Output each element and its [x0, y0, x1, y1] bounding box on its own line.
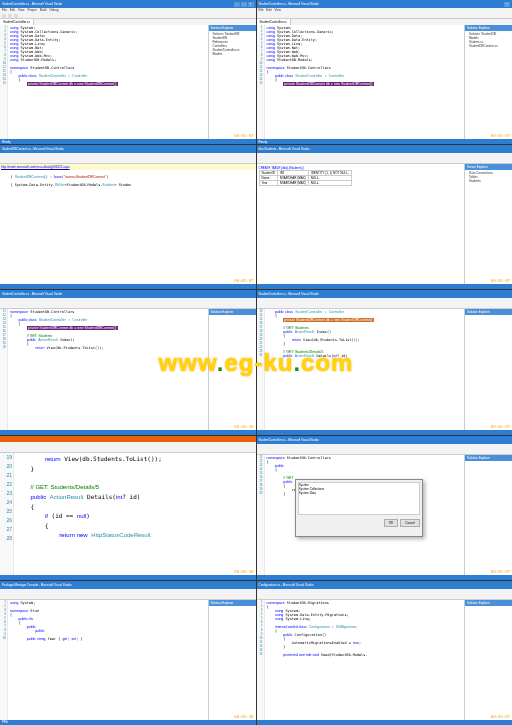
statusbar: [257, 575, 513, 580]
ide-panel-9: Package Manager Console - Microsoft Visu…: [0, 581, 256, 725]
window-title: StudentController.cs - Microsoft Visual …: [2, 2, 234, 6]
timestamp: 00:03:07: [491, 714, 510, 719]
solution-tree[interactable]: [465, 606, 512, 720]
save-icon[interactable]: [14, 14, 18, 18]
code-content[interactable]: using System; namespace Stud { public cl…: [8, 600, 208, 720]
window-title: dbo.Students - Microsoft Visual Studio: [259, 147, 511, 151]
titlebar: Package Manager Console - Microsoft Visu…: [0, 581, 256, 589]
intellisense-dialog[interactable]: System System.Collections System.Data OK…: [295, 479, 423, 537]
pm-console[interactable]: PM>: [2, 720, 8, 724]
window-title: StudentController.cs - Microsoft Visual …: [259, 2, 505, 6]
new-icon[interactable]: [2, 14, 6, 18]
timestamp: 00:02:30: [234, 569, 253, 574]
code-editor[interactable]: 1234567891011121314 namespace StudentDB.…: [257, 600, 465, 720]
ide-panel-5: StudentController.cs - Microsoft Visual …: [0, 290, 256, 434]
minimize-icon[interactable]: -: [234, 2, 240, 7]
code-editor[interactable]: 123456789101112131415 using System; usin…: [257, 25, 465, 139]
code-content[interactable]: using System; using System.Collections.G…: [265, 25, 465, 139]
statusbar: [257, 430, 513, 435]
solution-tree[interactable]: Solution 'StudentDB' Models Student.cs S…: [465, 31, 512, 139]
solution-explorer[interactable]: Solution Explorer: [208, 309, 256, 429]
ide-panel-1: StudentController.cs - Microsoft Visual …: [0, 0, 256, 144]
code-editor[interactable]: 19202122232425262728 return View(db.Stud…: [0, 453, 256, 575]
tree-item[interactable]: Models: [210, 52, 255, 56]
window-title: Configuration.cs - Microsoft Visual Stud…: [259, 583, 511, 587]
list-item[interactable]: System.Data: [299, 491, 419, 495]
code-editor[interactable]: { StudentDBContext() : base("name=Studen…: [0, 170, 256, 284]
close-icon[interactable]: ×: [248, 2, 254, 7]
col-type: NVARCHAR (MAX): [277, 181, 308, 186]
statusbar: [257, 720, 513, 725]
statusbar: [257, 284, 513, 289]
statusbar: PM>: [0, 720, 256, 725]
solution-tree[interactable]: [209, 315, 256, 429]
code-editor[interactable]: 131415161718192021222324 public class St…: [257, 309, 465, 429]
col-type: NVARCHAR (MAX): [277, 176, 308, 181]
sql-designer[interactable]: CREATE TABLE [dbo].[Students] ( StudentI…: [257, 164, 354, 284]
solution-explorer[interactable]: Solution Explorer Solution 'StudentDB' M…: [464, 25, 512, 139]
code-content[interactable]: using System; using System.Collections.G…: [8, 25, 208, 139]
window-title: StudentController.cs - Microsoft Visual …: [2, 292, 254, 296]
code-content[interactable]: namespace StudentDB.Controllers { public…: [8, 309, 208, 429]
timestamp: 00:02:07: [234, 278, 253, 283]
timestamp: 00:02:07: [491, 278, 510, 283]
code-content[interactable]: return View(db.Students.ToList()); } // …: [14, 453, 256, 575]
solution-explorer[interactable]: Solution Explorer: [464, 600, 512, 720]
code-editor[interactable]: 123456789101112131415 using System; usin…: [0, 25, 208, 139]
titlebar: StudentController.cs - Microsoft Visual …: [257, 436, 513, 444]
maximize-icon[interactable]: □: [241, 2, 247, 7]
ide-panel-7: 19202122232425262728 return View(db.Stud…: [0, 436, 256, 580]
ok-button[interactable]: OK: [384, 519, 398, 527]
statusbar: [0, 284, 256, 289]
window-title: StudentDBContext.cs - Microsoft Visual S…: [2, 147, 254, 151]
ide-panel-10: Configuration.cs - Microsoft Visual Stud…: [257, 581, 513, 725]
open-icon[interactable]: [8, 14, 12, 18]
col-opts: NULL,: [308, 181, 351, 186]
code-content[interactable]: { StudentDBContext() : base("name=Studen…: [0, 170, 256, 284]
titlebar: StudentController.cs - Microsoft Visual …: [257, 0, 513, 8]
titlebar: StudentController.cs - Microsoft Visual …: [257, 290, 513, 298]
line-gutter: 12345678910: [0, 600, 8, 720]
line-gutter: 131415161718192021222324: [257, 309, 265, 429]
ide-panel-3: StudentDBContext.cs - Microsoft Visual S…: [0, 145, 256, 289]
close-icon[interactable]: ×: [504, 2, 510, 7]
line-gutter: 123456789101112131415: [257, 25, 265, 139]
code-content[interactable]: namespace StudentDB.Migrations { using S…: [265, 600, 465, 720]
server-explorer[interactable]: Server Explorer Data Connections Tables …: [464, 164, 512, 284]
ide-panel-6: StudentController.cs - Microsoft Visual …: [257, 290, 513, 434]
timestamp: 00:01:07: [491, 133, 510, 138]
solution-tree[interactable]: Solution 'StudentDB' StudentDB Reference…: [209, 31, 256, 139]
server-tree[interactable]: Data Connections Tables Students: [465, 170, 512, 284]
timestamp: 00:02:07: [491, 424, 510, 429]
solution-tree[interactable]: [465, 315, 512, 429]
code-content[interactable]: public class StudentController : Control…: [265, 309, 465, 429]
solution-explorer[interactable]: Solution Explorer: [208, 600, 256, 720]
titlebar: StudentDBContext.cs - Microsoft Visual S…: [0, 145, 256, 153]
tree-item[interactable]: StudentDBContext.cs: [466, 44, 511, 48]
cancel-button[interactable]: Cancel: [400, 519, 419, 527]
col-name: Year: [259, 181, 277, 186]
timestamp: 00:01:07: [234, 133, 253, 138]
solution-explorer[interactable]: Solution Explorer Solution 'StudentDB' S…: [208, 25, 256, 139]
col-opts: IDENTITY (1, 1) NOT NULL,: [308, 171, 351, 176]
solution-explorer[interactable]: Solution Explorer: [464, 455, 512, 575]
code-editor[interactable]: 12345678910 using System; namespace Stud…: [0, 600, 208, 720]
statusbar: [0, 575, 256, 580]
sql-editor[interactable]: CREATE TABLE [dbo].[Students] ( StudentI…: [257, 164, 465, 284]
line-gutter: 19202122232425262728: [0, 453, 14, 575]
solution-explorer[interactable]: Solution Explorer: [464, 309, 512, 429]
ide-panel-8: StudentController.cs - Microsoft Visual …: [257, 436, 513, 580]
dialog-list[interactable]: System System.Collections System.Data: [298, 482, 420, 515]
window-title: Package Manager Console - Microsoft Visu…: [2, 583, 254, 587]
solution-tree[interactable]: [209, 606, 256, 720]
code-editor[interactable]: 11121314151617181920 namespace StudentDB…: [0, 309, 208, 429]
sql-columns-table: StudentIDINTIDENTITY (1, 1) NOT NULL, Na…: [259, 170, 352, 186]
ide-panel-4: dbo.Students - Microsoft Visual Studio C…: [257, 145, 513, 289]
tree-item[interactable]: Students: [466, 179, 511, 183]
solution-tree[interactable]: [465, 461, 512, 575]
col-name: StudentID: [259, 171, 277, 176]
line-gutter: 11121314151617181920: [257, 455, 265, 575]
video-thumbnail-grid: StudentController.cs - Microsoft Visual …: [0, 0, 512, 725]
window-title: StudentController.cs - Microsoft Visual …: [259, 438, 511, 442]
titlebar: Configuration.cs - Microsoft Visual Stud…: [257, 581, 513, 589]
